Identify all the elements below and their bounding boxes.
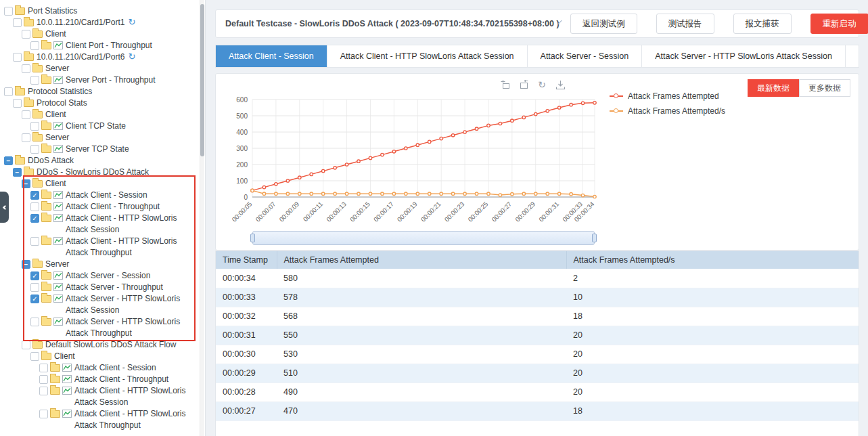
tree-item[interactable]: Attack Client - HTTP SlowLoris Attack Th… (0, 408, 205, 431)
tree-checkbox[interactable]: − (22, 179, 30, 188)
tree-checkbox[interactable]: − (13, 168, 22, 177)
tree-item[interactable]: 10.0.11.210/Card1/Port6↻ (0, 51, 205, 63)
tab-attack-server-session[interactable]: Attack Server - Session (528, 45, 643, 67)
tree-item[interactable]: Attack Server - Throughput (0, 282, 205, 293)
folder-icon (41, 318, 51, 326)
tree-checkbox[interactable] (22, 110, 30, 119)
tree-item[interactable]: 10.0.11.210/Card1/Port1↻ (0, 17, 205, 28)
refresh-icon[interactable]: ↻ (129, 17, 136, 28)
tree-checkbox[interactable] (30, 283, 39, 292)
tree-checkbox[interactable] (30, 237, 39, 246)
tree-checkbox[interactable] (30, 352, 39, 361)
tree-checkbox[interactable]: ✓ (30, 271, 39, 280)
tree-item[interactable]: Client TCP State (0, 121, 205, 132)
tree-checkbox[interactable] (30, 122, 39, 131)
tree-item[interactable]: Server Port - Throughput (0, 74, 205, 86)
datazoom-left-handle[interactable] (250, 234, 255, 242)
tree-item[interactable]: ✓Attack Server - Session (0, 270, 205, 282)
tree-checkbox[interactable] (22, 64, 30, 73)
tree-checkbox[interactable] (30, 76, 39, 85)
folder-icon (15, 157, 25, 165)
svg-text:00:00:11: 00:00:11 (302, 200, 324, 223)
tree-checkbox[interactable] (39, 375, 48, 384)
tree-checkbox[interactable] (39, 387, 48, 395)
tree-item[interactable]: Attack Client - Throughput (0, 374, 205, 385)
table-cell: 20 (566, 383, 859, 401)
packet-capture-button[interactable]: 报文捕获 (733, 14, 792, 34)
tree-item[interactable]: ✓Attack Client - Session (0, 190, 205, 201)
tree-item[interactable]: Attack Client - Session (0, 362, 205, 374)
tree-item[interactable]: Port Statistics (0, 5, 205, 17)
sidebar-collapse-handle[interactable] (0, 192, 9, 223)
testcase-select[interactable]: Default Testcase - SlowLoris DDoS Attack… (225, 19, 551, 28)
sidebar-scrollbar-thumb[interactable] (200, 4, 204, 156)
more-data-button[interactable]: 更多数据 (799, 79, 850, 97)
tree-item[interactable]: Default SlowLoris DDoS Attack Flow (0, 339, 205, 351)
legend-item-attack-frames-attempted[interactable]: Attack Frames Attempted (610, 91, 725, 101)
tree-checkbox[interactable]: ✓ (30, 214, 39, 223)
tree-checkbox[interactable] (22, 341, 30, 349)
tree-checkbox[interactable] (39, 410, 48, 418)
svg-text:00:00:07: 00:00:07 (254, 200, 277, 223)
datazoom-right-handle[interactable] (592, 234, 597, 242)
tree-checkbox[interactable] (30, 318, 39, 326)
tree-checkbox[interactable] (39, 364, 48, 372)
tree-item[interactable]: Server TCP State (0, 144, 205, 155)
tree-item[interactable]: Client (0, 109, 205, 121)
tree-checkbox[interactable]: − (4, 156, 13, 165)
tree-item[interactable]: −Server (0, 259, 205, 270)
tree-checkbox[interactable] (13, 53, 22, 62)
tree-item[interactable]: ✓Attack Server - HTTP SlowLoris Attack S… (0, 293, 205, 316)
restore-icon[interactable]: ↻ (536, 79, 547, 90)
refresh-icon[interactable]: ↻ (129, 51, 136, 62)
tree-checkbox[interactable] (30, 145, 39, 154)
folder-icon (15, 7, 25, 15)
test-report-button[interactable]: 测试报告 (656, 14, 714, 34)
tree-checkbox[interactable] (13, 18, 22, 27)
tree-item[interactable]: Attack Server - HTTP SlowLoris Attack Th… (0, 316, 205, 339)
tab-attack-client-http-slowloris-attack-session[interactable]: Attack Client - HTTP SlowLoris Attack Se… (327, 45, 528, 67)
zoom-reset-icon[interactable] (518, 79, 529, 90)
latest-data-button[interactable]: 最新数据 (748, 79, 799, 97)
line-chart-icon (53, 295, 63, 303)
tab-attack-client-session[interactable]: Attack Client - Session (216, 45, 327, 67)
tree-checkbox[interactable] (13, 99, 22, 108)
save-image-icon[interactable] (555, 79, 566, 90)
folder-icon (41, 284, 51, 291)
svg-text:00:00:29: 00:00:29 (513, 200, 536, 223)
tree-item[interactable]: Attack Client - Throughput (0, 201, 205, 213)
legend-item-attack-frames-attempted-s[interactable]: Attack Frames Attempted/s (610, 106, 725, 116)
folder-icon (50, 387, 60, 395)
tree-item[interactable]: Client Port - Throughput (0, 40, 205, 51)
tree-checkbox[interactable] (30, 202, 39, 211)
table-header-row: Time StampAttack Frames AttemptedAttack … (216, 251, 859, 269)
tree-checkbox[interactable] (4, 7, 13, 16)
tree-item[interactable]: Server (0, 63, 205, 74)
tree-checkbox[interactable] (22, 133, 30, 142)
tree-checkbox[interactable]: ✓ (30, 191, 39, 200)
tree-item[interactable]: −DDoS - SlowLoris DDoS Attack (0, 167, 205, 178)
tree-item[interactable]: −Client (0, 178, 205, 190)
tree-item[interactable]: Attack Client - HTTP SlowLoris Attack Th… (0, 236, 205, 259)
tree-item[interactable]: Server (0, 132, 205, 144)
tree-item[interactable]: Client (0, 351, 205, 362)
tree-item[interactable]: Attack Client - HTTP SlowLoris Attack Se… (0, 385, 205, 408)
line-chart-icon (53, 237, 63, 245)
tree-checkbox[interactable] (30, 41, 39, 50)
tree-checkbox[interactable] (22, 30, 30, 39)
datazoom-slider[interactable] (252, 231, 595, 245)
restart-button[interactable]: 重新启动 (810, 14, 868, 34)
tree-item[interactable]: −DDoS Attack (0, 155, 205, 167)
tree-item[interactable]: Protocol Stats (0, 97, 205, 109)
return-testcase-button[interactable]: 返回测试例 (570, 14, 637, 34)
tree-item[interactable]: Client (0, 28, 205, 40)
tree-checkbox[interactable]: ✓ (30, 295, 39, 303)
tree-checkbox[interactable] (4, 87, 13, 96)
tab-attack-server-http-slowloris-attack-session[interactable]: Attack Server - HTTP SlowLoris Attack Se… (642, 45, 846, 67)
folder-icon (50, 364, 60, 372)
tree-checkbox[interactable]: − (22, 260, 30, 269)
tree-item[interactable]: Protocol Statistics (0, 86, 205, 97)
zoom-select-icon[interactable] (500, 79, 511, 90)
tree-item[interactable]: ✓Attack Client - HTTP SlowLoris Attack S… (0, 213, 205, 236)
sidebar-scrollbar[interactable] (200, 0, 204, 436)
